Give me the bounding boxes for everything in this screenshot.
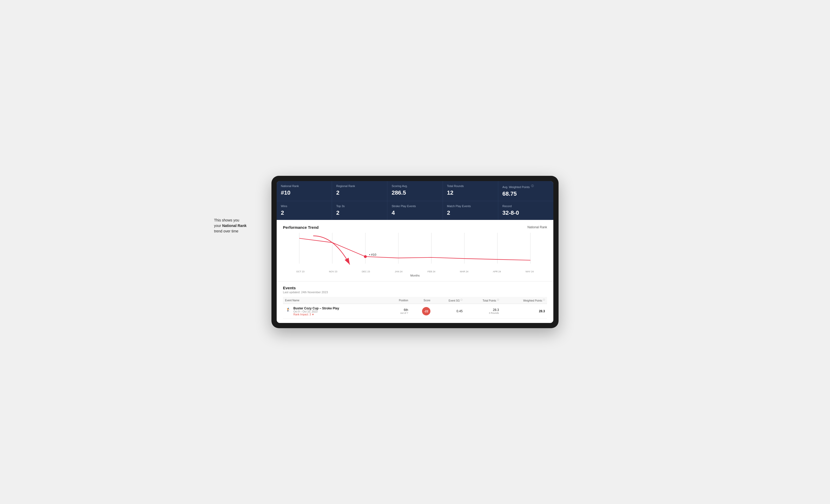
chart-x-axis-title: Months	[283, 274, 547, 277]
performance-header: Performance Trend National Rank	[283, 225, 547, 230]
x-label-mar24: MAR 24	[448, 270, 481, 273]
col-total-points: Total Points ⓘ	[465, 297, 501, 304]
tablet-frame: National Rank #10 Regional Rank 2 Scorin…	[272, 176, 558, 329]
event-total-points-sub: 3 Rounds	[467, 312, 499, 314]
stat-avg-weighted-label: Avg. Weighted Points ⓘ	[503, 184, 549, 189]
stat-wins-label: Wins	[281, 204, 327, 208]
annotation-text1: This shows you	[214, 218, 239, 222]
stat-total-rounds: Total Rounds 12	[443, 181, 498, 201]
x-label-feb24: FEB 24	[415, 270, 448, 273]
avg-weighted-info-icon: ⓘ	[531, 184, 534, 187]
stat-top3s: Top 3s 2	[332, 201, 387, 220]
screen-content: National Rank #10 Regional Rank 2 Scorin…	[277, 181, 553, 323]
col-event-name: Event Name	[283, 297, 386, 304]
stat-scoring-avg-label: Scoring Avg.	[391, 184, 438, 188]
stat-record-label: Record	[503, 204, 549, 208]
stat-regional-rank-label: Regional Rank	[336, 184, 383, 188]
event-icon: 🏌️	[285, 306, 291, 313]
event-sg-info-icon: ⓘ	[460, 299, 462, 301]
stat-total-rounds-label: Total Rounds	[447, 184, 494, 188]
annotation-text3: trend over time	[214, 229, 238, 233]
svg-text:• #10: • #10	[369, 253, 376, 257]
stat-national-rank: National Rank #10	[277, 181, 332, 201]
stat-regional-rank-value: 2	[336, 190, 383, 196]
event-details: Buster Cozy Cup – Stroke Play Oct 9 – Oc…	[293, 306, 339, 316]
events-table-body: 🏌️ Buster Cozy Cup – Stroke Play Oct 9 –…	[283, 304, 547, 319]
x-label-apr24: APR 24	[480, 270, 513, 273]
x-label-oct23: OCT 23	[284, 270, 317, 273]
stat-avg-weighted-value: 68.75	[503, 191, 549, 197]
stat-match-play-label: Match Play Events	[447, 204, 494, 208]
annotation-bold: National Rank	[222, 224, 246, 228]
stat-stroke-play-label: Stroke Play Events	[391, 204, 438, 208]
stat-record: Record 32-8-0	[498, 201, 553, 220]
stat-national-rank-label: National Rank	[281, 184, 327, 188]
x-label-may24: MAY 24	[513, 270, 546, 273]
stat-avg-weighted: Avg. Weighted Points ⓘ 68.75	[498, 181, 553, 201]
performance-chart: • #10	[283, 233, 547, 269]
events-last-updated: Last updated: 24th November 2023	[283, 291, 547, 294]
chart-x-labels: OCT 23 NOV 23 DEC 23 JAN 24 FEB 24 MAR 2…	[283, 270, 547, 273]
svg-point-9	[364, 255, 367, 258]
col-score: Score	[410, 297, 433, 304]
event-rank-impact: Rank Impact: 3 ▼	[293, 313, 339, 316]
event-cell-position: 6th out of 7	[386, 304, 410, 319]
stat-stroke-play-value: 4	[391, 209, 438, 216]
score-badge: -22	[422, 307, 430, 315]
rank-impact-arrow: ▼	[312, 313, 314, 316]
stat-wins-value: 2	[281, 209, 327, 216]
stat-wins: Wins 2	[277, 201, 332, 220]
col-position: Position	[386, 297, 410, 304]
col-weighted-points: Weighted Points ⓘ	[501, 297, 547, 304]
event-position: 6th	[388, 308, 408, 312]
stat-match-play-value: 2	[447, 209, 494, 216]
event-cell-weighted-points: 28.3	[501, 304, 547, 319]
event-cell-name: 🏌️ Buster Cozy Cup – Stroke Play Oct 9 –…	[283, 304, 386, 319]
annotation: This shows you your National Rank trend …	[214, 217, 266, 234]
events-section: Events Last updated: 24th November 2023 …	[277, 281, 553, 323]
stat-scoring-avg: Scoring Avg. 286.5	[387, 181, 442, 201]
event-date: Oct 9 – Oct 10, 2023	[293, 310, 339, 313]
event-weighted-points-value: 28.3	[539, 309, 545, 313]
event-cell-score: -22	[410, 304, 433, 319]
event-cell-sg: 0.45	[433, 304, 465, 319]
stat-match-play: Match Play Events 2	[443, 201, 498, 220]
event-total-points-value: 28.3	[467, 308, 499, 312]
stats-row-2: Wins 2 Top 3s 2 Stroke Play Events 4 Mat…	[277, 201, 553, 220]
tablet-screen: National Rank #10 Regional Rank 2 Scorin…	[277, 181, 553, 323]
total-points-info-icon: ⓘ	[497, 299, 499, 301]
scene: This shows you your National Rank trend …	[272, 176, 558, 329]
weighted-points-info-icon: ⓘ	[543, 299, 545, 301]
table-row: 🏌️ Buster Cozy Cup – Stroke Play Oct 9 –…	[283, 304, 547, 319]
event-sg-value: 0.45	[456, 309, 462, 313]
chart-svg: • #10	[283, 233, 547, 269]
stat-top3s-label: Top 3s	[336, 204, 383, 208]
events-table-header-row: Event Name Position Score Event SG	[283, 297, 547, 304]
x-label-nov23: NOV 23	[317, 270, 350, 273]
performance-label: National Rank	[528, 225, 547, 229]
stats-row-1: National Rank #10 Regional Rank 2 Scorin…	[277, 181, 553, 201]
events-table-header: Event Name Position Score Event SG	[283, 297, 547, 304]
x-label-dec23: DEC 23	[350, 270, 382, 273]
col-event-sg: Event SG ⓘ	[433, 297, 465, 304]
stat-national-rank-value: #10	[281, 190, 327, 196]
event-name: Buster Cozy Cup – Stroke Play	[293, 306, 339, 310]
events-table: Event Name Position Score Event SG	[283, 297, 547, 319]
stat-total-rounds-value: 12	[447, 190, 494, 196]
stat-stroke-play: Stroke Play Events 4	[387, 201, 442, 220]
event-cell-total-points: 28.3 3 Rounds	[465, 304, 501, 319]
annotation-text2: your	[214, 224, 222, 228]
performance-section: Performance Trend National Rank	[277, 220, 553, 281]
stat-top3s-value: 2	[336, 209, 383, 216]
stat-record-value: 32-8-0	[503, 209, 549, 216]
performance-title: Performance Trend	[283, 225, 319, 230]
event-position-sub: out of 7	[388, 312, 408, 314]
x-label-jan24: JAN 24	[382, 270, 415, 273]
stat-regional-rank: Regional Rank 2	[332, 181, 387, 201]
events-title: Events	[283, 285, 547, 290]
stat-scoring-avg-value: 286.5	[391, 190, 438, 196]
